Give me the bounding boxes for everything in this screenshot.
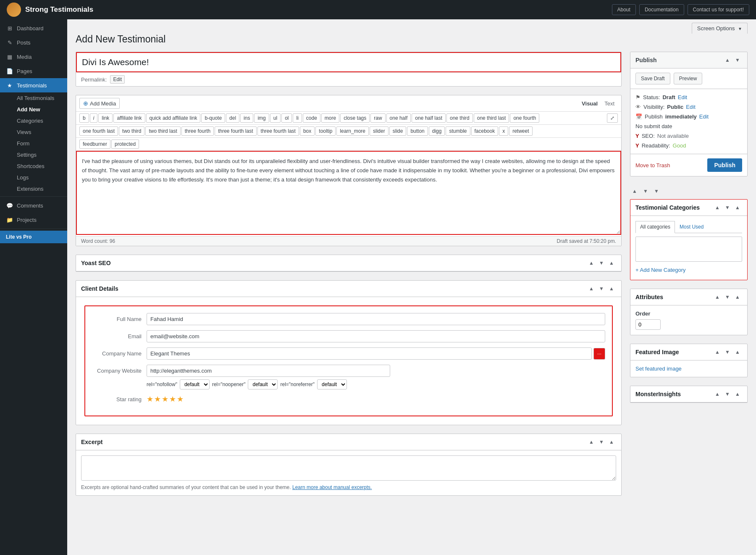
- sidebar-item-media[interactable]: ▦ Media: [0, 50, 67, 64]
- set-featured-image-link[interactable]: Set featured image: [635, 366, 682, 372]
- btn-link[interactable]: link: [98, 113, 113, 123]
- most-used-tab[interactable]: Most Used: [675, 221, 708, 233]
- btn-three-fourth[interactable]: three fourth: [181, 126, 214, 136]
- star-4[interactable]: ★: [169, 395, 176, 404]
- excerpt-down-btn[interactable]: ▼: [597, 437, 606, 447]
- status-edit-link[interactable]: Edit: [678, 94, 687, 100]
- screen-options-button[interactable]: Screen Options ▼: [692, 23, 748, 34]
- excerpt-toggle-btn[interactable]: ▲: [607, 437, 616, 447]
- publish-down-btn[interactable]: ▼: [733, 55, 742, 65]
- publish-up-btn[interactable]: ▲: [723, 55, 732, 65]
- yoast-toggle-btn[interactable]: ▲: [607, 258, 616, 268]
- support-button[interactable]: Contact us for support!: [688, 4, 749, 15]
- order-arrow-down2[interactable]: ▼: [652, 187, 661, 196]
- client-down-btn[interactable]: ▼: [597, 284, 606, 293]
- preview-button[interactable]: Preview: [674, 73, 703, 84]
- btn-stumble[interactable]: stumble: [446, 126, 470, 136]
- btn-ol[interactable]: ol: [281, 113, 292, 123]
- attr-toggle-btn[interactable]: ▲: [733, 292, 742, 302]
- sidebar-item-posts[interactable]: ✎ Posts: [0, 35, 67, 50]
- star-2[interactable]: ★: [154, 395, 161, 404]
- btn-protected[interactable]: protected: [111, 139, 139, 149]
- btn-button[interactable]: button: [407, 126, 428, 136]
- sidebar-sub-settings[interactable]: Settings: [0, 149, 67, 160]
- sidebar-item-pages[interactable]: 📄 Pages: [0, 64, 67, 78]
- btn-img[interactable]: img: [254, 113, 269, 123]
- excerpt-up-btn[interactable]: ▲: [587, 437, 596, 447]
- star-5[interactable]: ★: [177, 395, 184, 404]
- add-media-button[interactable]: ⊕ Add Media: [79, 98, 120, 109]
- rel-noopener-select[interactable]: default yes no: [248, 379, 278, 389]
- monster-insights-header[interactable]: MonsterInsights ▲ ▼ ▲: [630, 386, 747, 402]
- btn-learn-more[interactable]: learn_more: [336, 126, 369, 136]
- permalink-edit-button[interactable]: Edit: [110, 75, 125, 84]
- company-name-input[interactable]: [147, 347, 592, 360]
- sidebar-sub-add-new[interactable]: Add New: [0, 104, 67, 115]
- tab-text[interactable]: Text: [601, 99, 618, 108]
- excerpt-textarea[interactable]: [81, 455, 616, 481]
- btn-one-third[interactable]: one third: [446, 113, 473, 123]
- lite-vs-pro-link[interactable]: Lite vs Pro: [0, 231, 67, 243]
- sidebar-sub-categories[interactable]: Categories: [0, 115, 67, 126]
- sidebar-sub-all-testimonials[interactable]: All Testimonials: [0, 92, 67, 104]
- client-up-btn[interactable]: ▲: [587, 284, 596, 293]
- mi-toggle-btn[interactable]: ▲: [733, 389, 742, 399]
- yoast-down-btn[interactable]: ▼: [597, 258, 606, 268]
- sidebar-sub-extensions[interactable]: Extensions: [0, 183, 67, 195]
- btn-raw[interactable]: raw: [370, 113, 385, 123]
- sidebar-sub-logs[interactable]: Logs: [0, 172, 67, 183]
- btn-li[interactable]: li: [293, 113, 302, 123]
- sidebar-item-testimonials[interactable]: ★ Testimonials: [0, 78, 67, 92]
- btn-feedburner[interactable]: feedburner: [79, 139, 110, 149]
- sidebar-sub-form[interactable]: Form: [0, 138, 67, 149]
- mi-up-btn[interactable]: ▲: [713, 389, 722, 399]
- client-details-header[interactable]: Client Details ▲ ▼ ▲: [76, 281, 621, 297]
- btn-two-third[interactable]: two third: [119, 126, 144, 136]
- btn-tooltip[interactable]: tooltip: [315, 126, 336, 136]
- star-rating[interactable]: ★ ★ ★ ★ ★: [147, 395, 184, 404]
- excerpt-learn-more-link[interactable]: Learn more about manual excerpts.: [292, 484, 372, 490]
- sidebar-sub-views[interactable]: Views: [0, 126, 67, 138]
- btn-x[interactable]: x: [499, 126, 508, 136]
- btn-one-half[interactable]: one half: [386, 113, 411, 123]
- btn-del[interactable]: del: [226, 113, 239, 123]
- sidebar-item-dashboard[interactable]: ⊞ Dashboard: [0, 21, 67, 35]
- cat-down-btn[interactable]: ▼: [723, 203, 732, 212]
- save-draft-button[interactable]: Save Draft: [635, 73, 670, 84]
- documentation-button[interactable]: Documentation: [639, 4, 684, 15]
- fi-up-btn[interactable]: ▲: [713, 347, 722, 357]
- add-new-category-link[interactable]: + Add New Category: [635, 265, 742, 275]
- rel-noreferrer-select[interactable]: default yes no: [317, 379, 347, 389]
- client-toggle-btn[interactable]: ▲: [607, 284, 616, 293]
- btn-box[interactable]: box: [300, 126, 315, 136]
- btn-two-third-last[interactable]: two third last: [145, 126, 180, 136]
- yoast-header[interactable]: Yoast SEO ▲ ▼ ▲: [76, 255, 621, 271]
- btn-ul[interactable]: ul: [270, 113, 281, 123]
- mi-down-btn[interactable]: ▼: [723, 389, 732, 399]
- rel-nofollow-select[interactable]: default yes no: [180, 379, 210, 389]
- btn-one-third-last[interactable]: one third last: [474, 113, 509, 123]
- btn-three-fourth-last[interactable]: three fourth last: [215, 126, 256, 136]
- move-to-trash-link[interactable]: Move to Trash: [635, 162, 670, 168]
- order-input[interactable]: [635, 319, 661, 330]
- btn-one-fourth[interactable]: one fourth: [510, 113, 539, 123]
- btn-fullscreen[interactable]: ⤢: [607, 113, 618, 123]
- btn-bold[interactable]: b: [79, 113, 89, 123]
- order-up-btn[interactable]: ▲: [630, 187, 639, 196]
- company-name-extra-btn[interactable]: ···: [593, 348, 605, 360]
- tab-visual[interactable]: Visual: [578, 99, 601, 108]
- yoast-up-btn[interactable]: ▲: [587, 258, 596, 268]
- btn-close-tags[interactable]: close tags: [340, 113, 370, 123]
- sidebar-sub-shortcodes[interactable]: Shortcodes: [0, 160, 67, 172]
- visibility-edit-link[interactable]: Edit: [686, 104, 695, 110]
- full-name-input[interactable]: [147, 313, 605, 325]
- btn-three-fourth-last-2[interactable]: three fourth last: [257, 126, 299, 136]
- publish-button[interactable]: Publish: [707, 158, 742, 172]
- btn-affiliate-link[interactable]: affiliate link: [113, 113, 145, 123]
- btn-facebook[interactable]: facebook: [471, 126, 499, 136]
- btn-slider[interactable]: slider: [370, 126, 388, 136]
- content-editor[interactable]: I've had the pleasure of using various t…: [76, 151, 621, 235]
- star-3[interactable]: ★: [162, 395, 168, 404]
- seo-value-link[interactable]: Not available: [657, 133, 689, 139]
- company-website-input[interactable]: [147, 365, 390, 377]
